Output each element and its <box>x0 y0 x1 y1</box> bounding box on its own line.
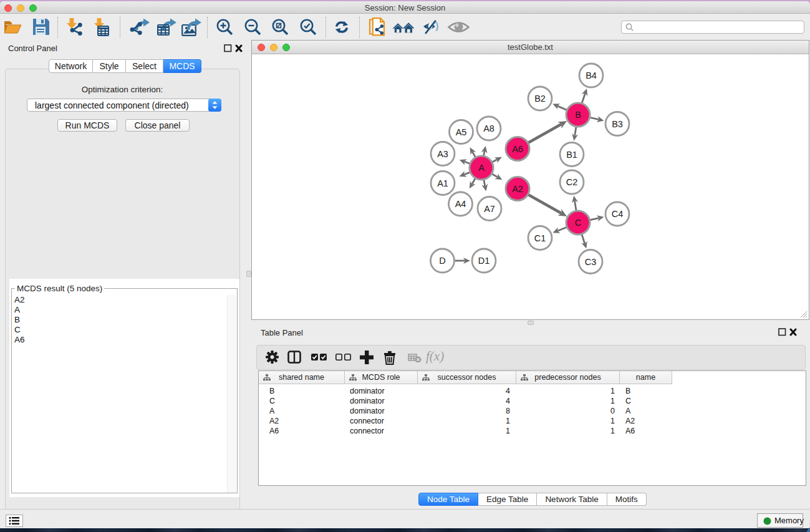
svg-text:A3: A3 <box>437 149 448 159</box>
svg-text:C4: C4 <box>612 209 624 219</box>
svg-text:C2: C2 <box>566 177 578 187</box>
svg-text:A5: A5 <box>456 127 467 137</box>
svg-text:A6: A6 <box>512 144 523 154</box>
svg-text:C3: C3 <box>585 257 597 267</box>
svg-text:B4: B4 <box>586 70 597 80</box>
svg-text:B1: B1 <box>566 150 577 160</box>
svg-text:C: C <box>575 218 581 228</box>
svg-text:B2: B2 <box>534 94 546 104</box>
svg-text:D: D <box>439 256 445 266</box>
svg-text:B3: B3 <box>612 119 623 129</box>
svg-text:D1: D1 <box>478 256 490 266</box>
svg-text:A4: A4 <box>455 199 466 209</box>
svg-text:A1: A1 <box>437 178 448 188</box>
svg-text:A8: A8 <box>483 123 494 133</box>
svg-text:A: A <box>478 163 485 173</box>
svg-text:A7: A7 <box>484 204 495 214</box>
svg-text:B: B <box>575 110 581 120</box>
svg-text:C1: C1 <box>534 233 546 243</box>
svg-text:A2: A2 <box>512 184 523 194</box>
